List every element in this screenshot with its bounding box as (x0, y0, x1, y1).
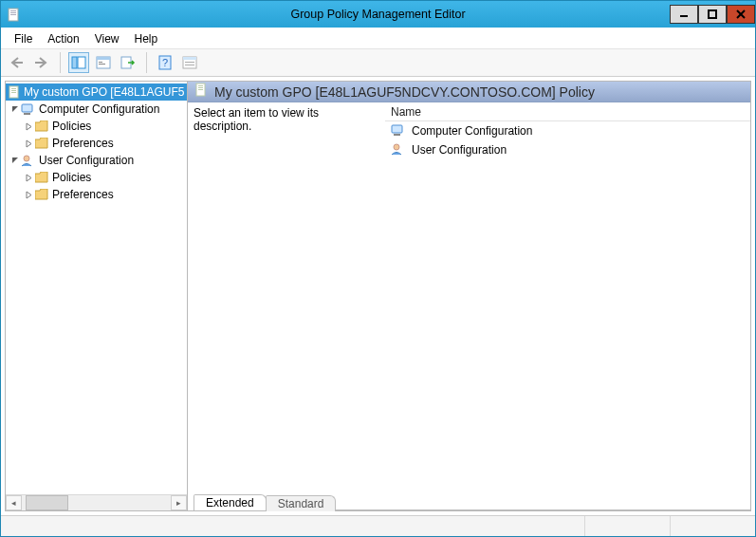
svg-rect-1 (10, 10, 16, 11)
status-cell (584, 516, 670, 536)
app-icon (7, 7, 22, 22)
tree-pane: My custom GPO [E48L1AGUF5NDCVY.CONTOSO.C… (6, 82, 188, 510)
tree-root-label: My custom GPO [E48L1AGUF5NDCVY.CONTOSO.C… (24, 85, 185, 99)
svg-rect-11 (78, 57, 85, 68)
svg-rect-3 (10, 14, 16, 15)
svg-rect-31 (198, 85, 203, 86)
svg-rect-28 (24, 113, 30, 115)
svg-rect-5 (709, 10, 716, 18)
help-button[interactable]: ? (155, 52, 175, 73)
svg-rect-22 (185, 65, 194, 65)
description-column: Select an item to view its description. (188, 102, 385, 490)
svg-point-36 (394, 144, 399, 150)
back-button[interactable] (7, 52, 28, 73)
svg-rect-2 (10, 12, 16, 13)
tree-label: Preferences (52, 188, 114, 201)
svg-rect-27 (22, 104, 32, 112)
list-item-label: Computer Configuration (412, 124, 532, 138)
properties-button[interactable] (93, 52, 114, 73)
tab-standard[interactable]: Standard (266, 495, 337, 511)
status-cell (670, 516, 755, 536)
toolbar: ? (1, 48, 755, 77)
svg-rect-26 (11, 92, 16, 93)
details-header: My custom GPO [E48L1AGUF5NDCVY.CONTOSO.C… (188, 82, 750, 102)
folder-icon (34, 187, 49, 202)
tab-label: Standard (278, 497, 324, 510)
column-header-label: Name (391, 105, 421, 119)
tree-view[interactable]: My custom GPO [E48L1AGUF5NDCVY.CONTOSO.C… (6, 82, 187, 494)
folder-icon (34, 170, 49, 185)
separator-icon (146, 52, 147, 73)
computer-icon (21, 102, 36, 117)
svg-rect-25 (11, 90, 16, 91)
window-controls (670, 5, 755, 24)
tree-computer-config[interactable]: Computer Configuration (6, 101, 187, 118)
scroll-right-button[interactable]: ▸ (171, 495, 187, 510)
tree-user-config[interactable]: User Configuration (6, 152, 187, 169)
svg-rect-35 (394, 134, 400, 136)
scroll-icon (8, 84, 21, 100)
details-body: Select an item to view its description. … (188, 102, 750, 490)
collapse-icon[interactable] (9, 157, 21, 165)
folder-icon (34, 119, 49, 134)
user-icon (21, 153, 36, 168)
svg-rect-14 (99, 62, 102, 63)
tree-label: Policies (52, 120, 91, 133)
column-header-name[interactable]: Name (385, 102, 750, 121)
svg-rect-33 (198, 89, 203, 90)
scroll-track[interactable] (22, 495, 171, 510)
show-tree-button[interactable] (68, 52, 89, 73)
tab-strip: Extended Standard (188, 490, 750, 510)
computer-icon (391, 123, 406, 139)
expand-icon[interactable] (23, 122, 34, 131)
export-button[interactable] (118, 52, 138, 73)
details-pane: My custom GPO [E48L1AGUF5NDCVY.CONTOSO.C… (188, 82, 750, 510)
tree-comp-preferences[interactable]: Preferences (6, 135, 187, 152)
user-icon (391, 142, 406, 158)
tab-baseline (335, 509, 750, 510)
tree-root[interactable]: My custom GPO [E48L1AGUF5NDCVY.CONTOSO.C… (6, 83, 187, 101)
svg-rect-20 (183, 57, 196, 60)
svg-point-29 (24, 156, 29, 161)
titlebar[interactable]: Group Policy Management Editor (1, 1, 755, 28)
expand-icon[interactable] (23, 174, 34, 182)
list-item-computer-config[interactable]: Computer Configuration (385, 121, 750, 140)
tree-user-preferences[interactable]: Preferences (6, 186, 187, 203)
collapse-icon[interactable] (9, 105, 21, 114)
description-prompt: Select an item to view its description. (194, 106, 319, 133)
svg-rect-34 (392, 125, 402, 133)
svg-rect-15 (99, 64, 105, 65)
svg-rect-4 (680, 15, 688, 17)
app-window: Group Policy Management Editor File Acti… (0, 0, 756, 537)
forward-button[interactable] (31, 52, 52, 73)
tree-user-policies[interactable]: Policies (6, 169, 187, 186)
tree-label: Preferences (52, 137, 114, 150)
tree-comp-policies[interactable]: Policies (6, 118, 187, 135)
list-column: Name Computer Configuration User Configu… (385, 102, 750, 490)
separator-icon (60, 52, 61, 73)
list-item-user-config[interactable]: User Configuration (385, 140, 750, 159)
menu-file[interactable]: File (7, 30, 40, 47)
minimize-button[interactable] (670, 5, 698, 24)
tree-label: User Configuration (39, 154, 134, 167)
menu-view[interactable]: View (87, 30, 127, 47)
menu-help[interactable]: Help (127, 30, 166, 47)
tree-label: Computer Configuration (39, 102, 159, 116)
scroll-left-button[interactable]: ◂ (6, 495, 22, 510)
expand-icon[interactable] (23, 139, 34, 148)
folder-icon (34, 136, 49, 151)
tab-extended[interactable]: Extended (194, 494, 267, 510)
svg-rect-13 (97, 57, 110, 60)
scroll-thumb[interactable] (26, 495, 68, 510)
statusbar (1, 515, 755, 536)
close-button[interactable] (727, 5, 755, 24)
details-title: My custom GPO [E48L1AGUF5NDCVY.CONTOSO.C… (214, 84, 595, 100)
horizontal-scrollbar[interactable]: ◂ ▸ (6, 494, 187, 510)
tree-label: Policies (52, 171, 91, 184)
filter-button[interactable] (179, 52, 200, 73)
menu-action[interactable]: Action (40, 30, 86, 47)
status-cell (1, 516, 584, 536)
svg-rect-24 (11, 88, 16, 89)
expand-icon[interactable] (23, 191, 34, 199)
maximize-button[interactable] (698, 5, 727, 24)
